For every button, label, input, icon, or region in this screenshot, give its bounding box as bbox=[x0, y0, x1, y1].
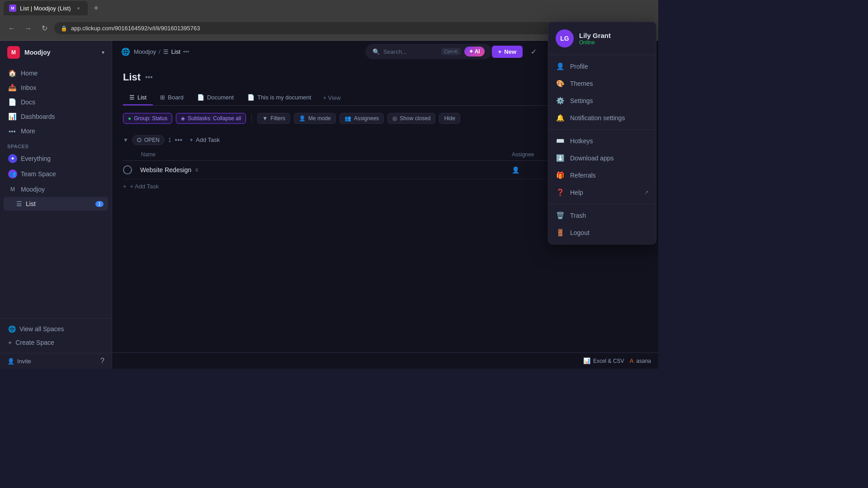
sidebar-item-moodjoy[interactable]: M Moodjoy ••• + bbox=[4, 182, 108, 197]
group-status-filter[interactable]: ● Group: Status bbox=[123, 113, 172, 124]
document-tab-label: Document bbox=[207, 94, 234, 101]
trash-menu-label: Trash bbox=[570, 212, 586, 219]
referrals-menu-icon: 🎁 bbox=[556, 171, 565, 180]
filters-button[interactable]: ▼ Filters bbox=[257, 113, 290, 124]
ai-badge[interactable]: ✦ AI bbox=[464, 47, 485, 56]
sidebar: M Moodjoy ▾ 🏠 Home 📥 Inbox 📄 Docs 📊 Dash… bbox=[0, 41, 112, 369]
invite-button[interactable]: 👤 Invite bbox=[7, 358, 31, 365]
bottom-import-bar: 📊 Excel & CSV A asana bbox=[112, 352, 658, 369]
list-count-badge: 1 bbox=[95, 201, 104, 207]
active-tab[interactable]: M List | Moodjoy (List) × bbox=[4, 1, 88, 15]
spaces-list: ✦ Everything 👥 Team Space M Moodjoy ••• … bbox=[0, 151, 112, 318]
sidebar-item-everything[interactable]: ✦ Everything bbox=[4, 151, 108, 166]
tab-list[interactable]: ☰ List bbox=[123, 90, 153, 105]
me-mode-icon: 👤 bbox=[299, 115, 306, 122]
user-dropdown-menu: LG Lily Grant Online 👤 Profile 🎨 Themes … bbox=[548, 22, 656, 244]
tab-close-button[interactable]: × bbox=[74, 4, 82, 12]
sidebar-docs-label: Docs bbox=[21, 99, 35, 106]
add-view-button[interactable]: + View bbox=[318, 91, 345, 105]
list-tab-label: List bbox=[137, 94, 146, 101]
sidebar-item-dashboards[interactable]: 📊 Dashboards bbox=[4, 109, 108, 124]
hotkeys-menu-icon: ⌨️ bbox=[556, 136, 565, 145]
dropdown-item-logout[interactable]: 🚪 Logout bbox=[548, 224, 656, 241]
sidebar-item-more[interactable]: ••• More bbox=[4, 124, 108, 138]
address-bar[interactable]: 🔒 app.clickup.com/9016164592/v/l/li/9016… bbox=[54, 22, 562, 34]
dropdown-item-settings[interactable]: ⚙️ Settings bbox=[548, 92, 656, 109]
checkmark-button[interactable]: ✓ bbox=[526, 44, 541, 59]
group-toggle-button[interactable]: ▼ bbox=[123, 137, 128, 143]
dropdown-item-help[interactable]: ❓ Help ↗ bbox=[548, 184, 656, 201]
breadcrumb-separator: / bbox=[159, 48, 160, 55]
excel-csv-import-button[interactable]: 📊 Excel & CSV bbox=[583, 357, 624, 364]
page-title-more-button[interactable]: ••• bbox=[145, 73, 153, 81]
me-mode-button[interactable]: 👤 Me mode bbox=[294, 113, 336, 124]
sidebar-dashboards-label: Dashboards bbox=[21, 113, 55, 120]
dropdown-item-notifications[interactable]: 🔔 Notification settings bbox=[548, 109, 656, 127]
everything-label: Everything bbox=[21, 155, 51, 162]
hide-button[interactable]: Hide bbox=[439, 113, 460, 124]
workspace-header[interactable]: M Moodjoy ▾ bbox=[0, 41, 112, 64]
sidebar-item-home[interactable]: 🏠 Home bbox=[4, 66, 108, 80]
group-more-button[interactable]: ••• bbox=[175, 136, 183, 144]
help-menu-icon: ❓ bbox=[556, 188, 565, 197]
breadcrumb-workspace: Moodjoy bbox=[134, 48, 156, 55]
workspace-avatar: M bbox=[7, 46, 20, 59]
help-button[interactable]: ? bbox=[100, 357, 104, 365]
new-tab-button[interactable]: + bbox=[90, 2, 102, 14]
dropdown-item-download[interactable]: ⬇️ Download apps bbox=[548, 150, 656, 167]
themes-menu-label: Themes bbox=[570, 80, 593, 87]
show-closed-icon: ◎ bbox=[392, 115, 397, 122]
moodjoy-add-button[interactable]: + bbox=[100, 186, 104, 193]
everything-space-icon: ✦ bbox=[8, 154, 17, 163]
view-all-spaces-button[interactable]: 🌐 View all Spaces bbox=[4, 322, 108, 336]
group-status-label: Group: Status bbox=[134, 115, 167, 122]
task-checkbox[interactable] bbox=[123, 165, 132, 174]
asana-import-button[interactable]: A asana bbox=[630, 357, 651, 364]
dropdown-item-trash[interactable]: 🗑️ Trash bbox=[548, 207, 656, 224]
dashboards-icon: 📊 bbox=[8, 113, 16, 121]
sidebar-inbox-label: Inbox bbox=[21, 84, 36, 91]
tab-favicon: M bbox=[9, 5, 16, 12]
spaces-section-label: Spaces bbox=[0, 140, 112, 151]
dropdown-avatar: LG bbox=[556, 29, 574, 47]
search-box[interactable]: 🔍 Search... Ctrl+K ✦ AI bbox=[365, 44, 492, 59]
breadcrumb-row: 🌐 Moodjoy / ☰ List ••• bbox=[121, 47, 365, 56]
sidebar-item-inbox[interactable]: 📥 Inbox bbox=[4, 80, 108, 95]
profile-menu-icon: 👤 bbox=[556, 62, 565, 71]
open-status-badge: OPEN bbox=[132, 135, 165, 145]
list-nav-icon: ☰ bbox=[163, 48, 169, 55]
board-tab-label: Board bbox=[168, 94, 184, 101]
breadcrumb-more-button[interactable]: ••• bbox=[183, 48, 189, 55]
show-closed-button[interactable]: ◎ Show closed bbox=[387, 113, 435, 124]
dropdown-item-profile[interactable]: 👤 Profile bbox=[548, 58, 656, 75]
dropdown-item-referrals[interactable]: 🎁 Referrals bbox=[548, 167, 656, 184]
hotkeys-menu-label: Hotkeys bbox=[570, 137, 593, 145]
sidebar-item-team-space[interactable]: 👥 Team Space bbox=[4, 166, 108, 182]
assignees-label: Assignees bbox=[354, 115, 379, 122]
hide-label: Hide bbox=[444, 115, 455, 122]
chevron-down-icon: ▾ bbox=[102, 49, 104, 56]
dropdown-item-themes[interactable]: 🎨 Themes bbox=[548, 75, 656, 92]
assignees-button[interactable]: 👥 Assignees bbox=[340, 113, 384, 124]
notification-menu-label: Notification settings bbox=[570, 114, 625, 122]
create-space-button[interactable]: + Create Space bbox=[4, 336, 108, 349]
moodjoy-more-button[interactable]: ••• bbox=[91, 186, 98, 193]
forward-button[interactable]: → bbox=[22, 22, 34, 35]
dropdown-item-hotkeys[interactable]: ⌨️ Hotkeys bbox=[548, 132, 656, 150]
sidebar-item-docs[interactable]: 📄 Docs bbox=[4, 95, 108, 109]
task-name[interactable]: Website Redesign ≡ bbox=[140, 166, 512, 174]
subtasks-filter[interactable]: ◈ Subtasks: Collapse all bbox=[176, 113, 246, 124]
tab-my-document[interactable]: 📄 This is my document bbox=[241, 90, 317, 105]
back-button[interactable]: ← bbox=[5, 22, 18, 35]
filter-icon: ▼ bbox=[262, 115, 268, 122]
tab-title: List | Moodjoy (List) bbox=[20, 5, 71, 12]
toolbar-separator bbox=[251, 114, 252, 123]
tab-document[interactable]: 📄 Document bbox=[191, 90, 240, 105]
sidebar-item-list[interactable]: ☰ List 1 bbox=[4, 197, 108, 211]
my-document-tab-icon: 📄 bbox=[247, 94, 255, 101]
dropdown-user-status: Online bbox=[579, 39, 611, 46]
tab-board[interactable]: ⊞ Board bbox=[154, 90, 190, 105]
new-button[interactable]: + New bbox=[492, 46, 523, 58]
group-add-task-button[interactable]: + Add Task bbox=[186, 135, 223, 145]
reload-button[interactable]: ↻ bbox=[38, 22, 51, 35]
